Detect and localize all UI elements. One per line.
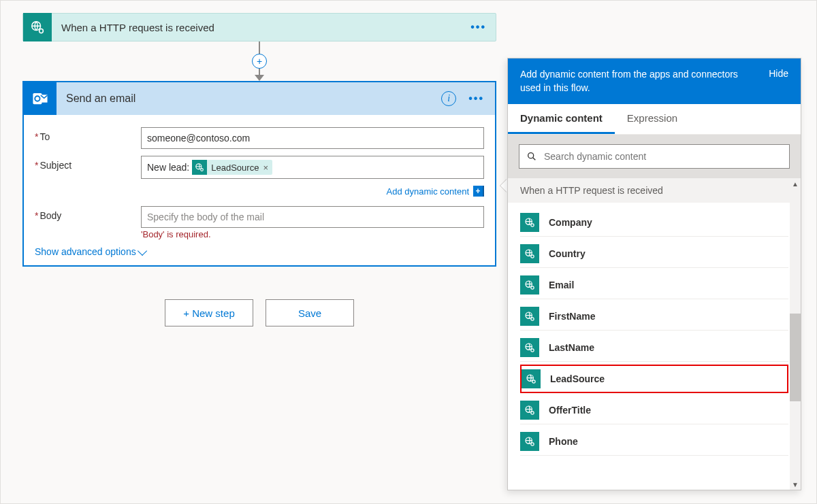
body-input[interactable]: Specify the body of the mail bbox=[141, 206, 484, 228]
dc-search[interactable] bbox=[519, 144, 790, 169]
panel-pointer bbox=[500, 179, 507, 192]
outlook-icon bbox=[24, 82, 57, 115]
dc-item-email[interactable]: Email bbox=[520, 271, 788, 299]
svg-point-17 bbox=[531, 349, 534, 352]
dc-tabs: Dynamic content Expression bbox=[508, 104, 801, 135]
globe-gear-icon bbox=[520, 338, 539, 357]
action-header[interactable]: Send an email i ••• bbox=[24, 82, 495, 115]
scroll-down-icon[interactable]: ▼ bbox=[790, 479, 801, 490]
trigger-card[interactable]: When a HTTP request is received ••• bbox=[22, 13, 496, 41]
dc-item-label: OfferTitle bbox=[549, 405, 591, 416]
svg-point-7 bbox=[528, 153, 534, 158]
dc-list: When a HTTP request is received CompanyC… bbox=[508, 178, 801, 490]
token-remove-icon[interactable]: × bbox=[263, 163, 268, 173]
globe-gear-icon bbox=[520, 244, 539, 263]
field-label-subject: *Subject bbox=[35, 156, 141, 171]
trigger-more-icon[interactable]: ••• bbox=[470, 21, 486, 33]
globe-gear-icon bbox=[192, 160, 207, 175]
globe-gear-icon bbox=[520, 213, 539, 232]
info-icon[interactable]: i bbox=[441, 91, 456, 106]
dc-item-label: Phone bbox=[549, 436, 578, 447]
field-row-subject: *Subject New lead: LeadSource bbox=[35, 156, 484, 179]
globe-gear-icon bbox=[520, 432, 539, 451]
globe-gear-icon bbox=[23, 13, 52, 41]
svg-point-19 bbox=[532, 380, 535, 383]
svg-point-21 bbox=[531, 411, 534, 414]
plus-icon: + bbox=[473, 186, 484, 197]
dynamic-content-panel: Add dynamic content from the apps and co… bbox=[507, 58, 801, 490]
field-row-body: *Body Specify the body of the mail 'Body… bbox=[35, 206, 484, 239]
dc-item-country[interactable]: Country bbox=[520, 239, 788, 268]
action-card-send-email: Send an email i ••• *To someone@contoso.… bbox=[22, 81, 496, 267]
dc-item-company[interactable]: Company bbox=[520, 208, 788, 237]
dc-search-input[interactable] bbox=[544, 151, 782, 162]
trigger-title: When a HTTP request is received bbox=[61, 22, 470, 33]
globe-gear-icon bbox=[520, 275, 539, 295]
svg-point-9 bbox=[531, 224, 534, 226]
dc-group-title: When a HTTP request is received bbox=[508, 178, 801, 203]
svg-point-6 bbox=[201, 169, 204, 171]
dc-item-firstname[interactable]: FirstName bbox=[520, 302, 788, 331]
tab-dynamic-content[interactable]: Dynamic content bbox=[508, 104, 615, 134]
dc-item-label: Country bbox=[549, 248, 586, 259]
dc-search-row bbox=[508, 135, 801, 178]
globe-gear-icon bbox=[522, 369, 541, 388]
svg-point-15 bbox=[531, 318, 534, 320]
field-row-to: *To someone@contoso.com bbox=[35, 127, 484, 149]
new-step-button[interactable]: + New step bbox=[165, 299, 253, 326]
dynamic-token-leadsource[interactable]: LeadSource × bbox=[192, 160, 272, 175]
save-button[interactable]: Save bbox=[266, 299, 354, 326]
scroll-up-icon[interactable]: ▲ bbox=[790, 178, 801, 189]
tab-expression[interactable]: Expression bbox=[615, 104, 690, 134]
field-label-body: *Body bbox=[35, 206, 141, 221]
hide-panel-link[interactable]: Hide bbox=[769, 68, 788, 79]
action-title: Send an email bbox=[66, 93, 441, 105]
dc-item-label: Company bbox=[549, 217, 592, 228]
bottom-buttons: + New step Save bbox=[22, 299, 496, 326]
to-input[interactable]: someone@contoso.com bbox=[141, 127, 484, 149]
svg-point-11 bbox=[531, 255, 534, 258]
add-dynamic-content-link[interactable]: Add dynamic content + bbox=[141, 186, 484, 197]
required-star: * bbox=[35, 160, 38, 171]
dc-description: Add dynamic content from the apps and co… bbox=[520, 68, 756, 95]
dc-item-label: FirstName bbox=[549, 311, 595, 322]
globe-gear-icon bbox=[520, 401, 539, 420]
chevron-down-icon bbox=[138, 246, 147, 255]
dc-header: Add dynamic content from the apps and co… bbox=[508, 58, 801, 104]
dc-item-label: LastName bbox=[549, 342, 594, 353]
required-star: * bbox=[35, 131, 38, 142]
scrollbar[interactable]: ▲ ▼ bbox=[790, 178, 801, 490]
insert-step-button[interactable]: + bbox=[252, 54, 267, 69]
required-star: * bbox=[35, 210, 38, 221]
dc-item-label: Email bbox=[549, 280, 574, 290]
dc-item-lastname[interactable]: LastName bbox=[520, 333, 788, 362]
connector-arrow: + bbox=[22, 41, 496, 81]
action-more-icon[interactable]: ••• bbox=[468, 93, 484, 105]
svg-point-13 bbox=[531, 286, 534, 289]
dc-item-offertitle[interactable]: OfferTitle bbox=[520, 396, 788, 424]
globe-gear-icon bbox=[520, 307, 539, 326]
svg-point-23 bbox=[531, 443, 534, 446]
dc-item-label: LeadSource bbox=[550, 373, 605, 384]
subject-input[interactable]: New lead: LeadSource × bbox=[141, 156, 484, 179]
body-error: 'Body' is required. bbox=[141, 229, 484, 239]
show-advanced-link[interactable]: Show advanced options bbox=[35, 246, 484, 257]
dc-item-leadsource[interactable]: LeadSource bbox=[520, 365, 788, 393]
dc-item-phone[interactable]: Phone bbox=[520, 427, 788, 456]
search-icon bbox=[526, 151, 537, 162]
field-label-to: *To bbox=[35, 127, 141, 142]
